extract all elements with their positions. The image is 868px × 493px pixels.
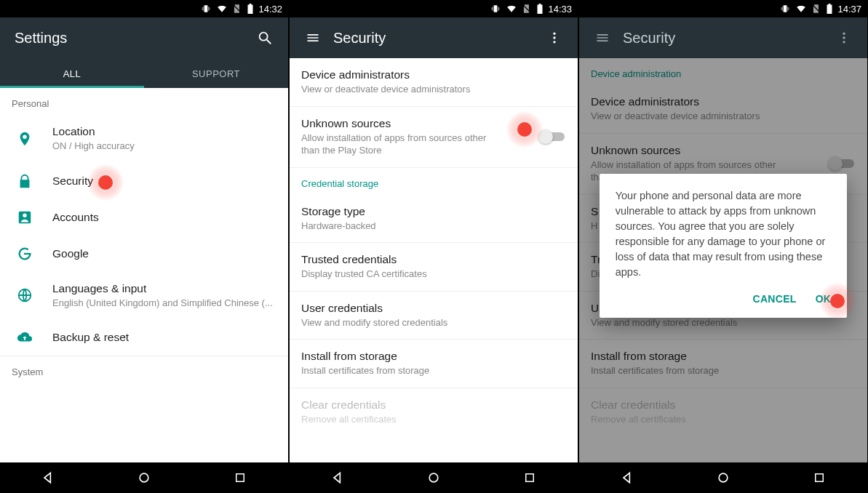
google-icon [12,246,38,262]
navigation-bar [290,462,578,493]
clock: 14:32 [258,4,282,15]
svg-point-5 [140,473,148,482]
svg-rect-11 [526,474,534,482]
no-sim-icon [811,4,821,14]
tab-support[interactable]: SUPPORT [144,58,288,88]
item-label: Storage type [301,205,566,218]
item-device-admin[interactable]: Device administrators View or deactivate… [290,58,578,106]
security-list: Device administration Device administrat… [579,58,867,462]
status-bar: 14:32 [0,0,288,17]
page-title: Security [623,30,829,47]
item-label: Security [52,175,276,188]
overflow-menu-icon[interactable] [540,23,569,52]
back-button[interactable] [316,462,359,493]
item-backup[interactable]: Backup & reset [0,319,288,356]
item-google[interactable]: Google [0,236,288,272]
wifi-icon [795,4,807,14]
svg-point-3 [23,213,27,217]
home-button[interactable] [122,462,166,493]
item-languages[interactable]: Languages & input English (United Kingdo… [0,272,288,320]
item-label: User credentials [301,302,566,315]
item-sub: ON / High accuracy [52,140,276,153]
home-button[interactable] [412,462,455,493]
search-icon[interactable] [250,23,279,52]
appbar: Security [290,17,578,58]
item-accounts[interactable]: Accounts [0,199,288,236]
navigation-bar [0,462,288,493]
dialog-body: Your phone and personal data are more vu… [616,188,832,280]
clock: 14:33 [548,4,572,15]
menu-icon[interactable] [298,23,327,52]
back-button[interactable] [605,462,649,493]
svg-point-9 [553,41,555,43]
ok-button[interactable]: OK [816,293,832,305]
vibrate-icon [200,4,212,14]
recents-button[interactable] [218,462,262,493]
recents-button[interactable] [508,462,552,493]
item-security[interactable]: Security [0,163,288,199]
cancel-button[interactable]: CANCEL [753,293,797,305]
item-sub: Install certificates from storage [301,364,566,377]
phone-security-dialog: 14:37 Security Device administration Dev… [579,0,867,493]
lock-icon [12,173,38,189]
settings-list[interactable]: Personal Location ON / High accuracy Sec… [0,88,288,462]
item-label: Trusted credentials [301,253,566,266]
item-install-from-storage[interactable]: Install from storage Install certificate… [290,340,578,388]
svg-point-13 [843,36,845,39]
tab-all[interactable]: ALL [0,58,144,88]
recents-button[interactable] [797,462,841,493]
wifi-icon [506,4,517,14]
confirm-dialog: Your phone and personal data are more vu… [600,174,848,318]
item-location[interactable]: Location ON / High accuracy [0,115,288,163]
svg-point-8 [553,36,555,39]
svg-point-0 [260,33,268,41]
navigation-bar [579,462,867,493]
appbar: Security [579,17,867,58]
item-storage-type[interactable]: Storage type Hardware-backed [290,195,578,243]
status-bar: 14:37 [579,0,867,17]
svg-rect-6 [236,474,244,482]
tabs: ALL SUPPORT [0,58,288,88]
svg-rect-16 [816,474,824,482]
battery-icon [536,4,544,14]
dialog-scrim[interactable]: Your phone and personal data are more vu… [579,58,867,462]
battery-icon [826,4,833,14]
back-button[interactable] [26,462,70,493]
item-label: Location [52,125,276,138]
svg-line-1 [267,40,271,44]
item-user-credentials[interactable]: User credentials View and modify stored … [290,292,578,340]
globe-icon [12,287,38,303]
section-system: System [0,356,288,383]
menu-icon[interactable] [588,23,617,52]
overflow-menu-icon[interactable] [829,23,859,52]
battery-icon [247,4,254,14]
page-title: Security [333,30,540,47]
page-title: Settings [15,30,250,47]
item-sub: View or deactivate device administrators [301,83,566,96]
item-label: Accounts [52,211,276,224]
section-credential-storage: Credential storage [290,168,578,195]
item-sub: Remove all certificates [301,413,566,426]
item-label: Backup & reset [52,331,276,344]
svg-point-15 [719,473,728,482]
section-personal: Personal [0,88,288,115]
item-sub: English (United Kingdom) and Simplified … [52,297,276,310]
security-list[interactable]: Device administrators View or deactivate… [290,58,578,462]
status-bar: 14:33 [290,0,578,17]
location-icon [12,131,38,147]
item-unknown-sources[interactable]: Unknown sources Allow installation of ap… [290,107,578,167]
item-sub: Display trusted CA certificates [301,268,566,281]
svg-point-10 [429,473,438,482]
cloud-upload-icon [12,329,38,345]
svg-point-14 [843,41,845,43]
svg-point-12 [843,33,845,35]
unknown-sources-toggle[interactable] [540,129,566,144]
phone-settings: 14:32 Settings ALL SUPPORT Personal Loca… [0,0,288,493]
home-button[interactable] [701,462,745,493]
wifi-icon [216,4,228,14]
item-trusted-credentials[interactable]: Trusted credentials Display trusted CA c… [290,243,578,291]
no-sim-icon [232,4,242,14]
item-label: Install from storage [301,350,566,363]
appbar: Settings ALL SUPPORT [0,17,288,88]
no-sim-icon [522,4,532,14]
